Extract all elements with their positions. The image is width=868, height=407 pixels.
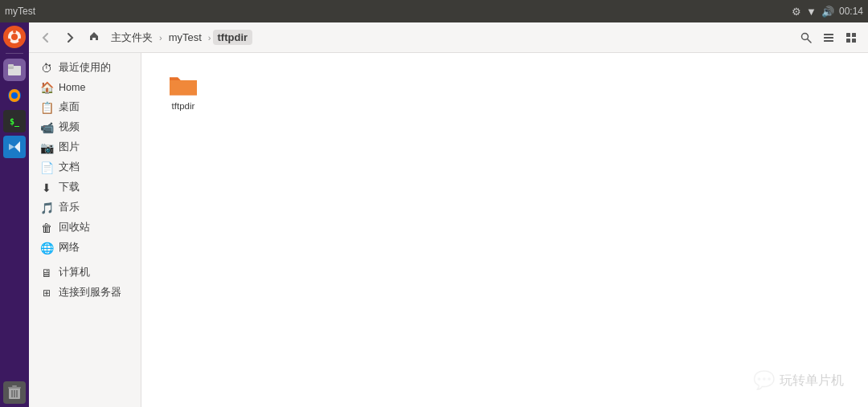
svg-rect-11 [8,387,21,389]
svg-rect-18 [824,34,833,35]
svg-point-3 [18,39,22,42]
file-item-tftpdir[interactable]: tftpdir [154,66,212,116]
volume-icon: 🔊 [821,6,834,18]
topbar: myTest ⚙ ▼ 🔊 00:14 [0,0,868,22]
pictures-icon: 📷 [40,141,53,154]
computer-icon: 🖥 [40,267,53,279]
sidebar-item-network[interactable]: 🌐 网络 [32,238,137,258]
window-title: myTest [5,6,35,17]
clock: 00:14 [839,6,863,17]
dock-icon-trash[interactable] [3,381,26,404]
breadcrumb-main-folder[interactable]: 主文件夹 [106,29,158,47]
dock-icon-firefox[interactable] [3,84,26,107]
home-icon: 🏠 [40,81,53,94]
back-button[interactable] [35,27,56,48]
sidebar-item-trash-label: 回收站 [59,221,90,234]
sidebar-item-downloads-label: 下载 [59,181,80,194]
svg-point-1 [11,34,18,40]
sidebar-item-pictures[interactable]: 📷 图片 [32,137,137,157]
svg-point-4 [7,39,10,42]
svg-rect-23 [846,39,850,43]
svg-rect-21 [846,33,850,37]
breadcrumb-mytest[interactable]: myTest [164,30,207,45]
sidebar-item-home-label: Home [59,82,85,93]
file-label-tftpdir: tftpdir [172,101,195,111]
forward-button[interactable] [59,27,80,48]
svg-line-17 [808,39,812,43]
topbar-right: ⚙ ▼ 🔊 00:14 [792,6,863,18]
sidebar-item-pictures-label: 图片 [59,140,80,154]
sidebar-item-videos-label: 视频 [59,120,80,134]
sidebar-item-documents[interactable]: 📄 文档 [32,157,137,177]
view-grid-button[interactable] [841,27,862,48]
sidebar: ⏱ 最近使用的 🏠 Home 📋 桌面 📹 视频 📷 图片 [29,53,141,407]
svg-rect-20 [824,40,833,42]
sidebar-item-connect-server[interactable]: ⊞ 连接到服务器 [32,283,137,303]
sidebar-item-documents-label: 文档 [59,161,80,174]
sidebar-item-desktop[interactable]: 📋 桌面 [32,97,137,117]
sidebar-item-recent-label: 最近使用的 [59,61,111,75]
system-tray: ⚙ ▼ 🔊 00:14 [792,6,863,18]
videos-icon: 📹 [40,121,53,134]
svg-rect-24 [852,39,856,43]
sidebar-item-desktop-label: 桌面 [59,100,80,114]
svg-rect-22 [852,33,856,37]
music-icon: 🎵 [40,201,53,214]
dock-bottom [3,381,26,407]
dock-icon-vscode[interactable] [3,136,26,158]
svg-rect-19 [824,37,833,39]
sidebar-item-music[interactable]: 🎵 音乐 [32,197,137,218]
svg-point-2 [13,31,16,34]
downloads-icon: ⬇ [40,181,53,194]
svg-point-9 [11,92,18,99]
breadcrumb-home-icon[interactable] [84,29,104,46]
dock-icon-files[interactable] [3,59,26,81]
recent-icon: ⏱ [40,62,53,75]
trash-sidebar-icon: 🗑 [40,222,53,234]
toolbar: 主文件夹 › myTest › tftpdir [29,22,868,53]
dock: $_ [0,22,29,407]
svg-rect-7 [8,64,14,67]
sidebar-item-server-label: 连接到服务器 [59,286,121,299]
topbar-left: myTest [5,6,39,17]
main-container: $_ 主文件夹 › myTest [0,22,868,407]
network-sidebar-icon: 🌐 [40,242,53,254]
toolbar-right [796,27,862,48]
breadcrumb-tftpdir[interactable]: tftpdir [213,30,253,45]
sidebar-item-videos[interactable]: 📹 视频 [32,117,137,137]
view-list-button[interactable] [818,27,839,48]
breadcrumb: 主文件夹 › myTest › tftpdir [84,29,792,47]
sidebar-item-network-label: 网络 [59,241,80,254]
dock-divider [6,53,23,54]
network-icon: ▼ [806,6,817,18]
sidebar-item-computer[interactable]: 🖥 计算机 [32,263,137,283]
sidebar-item-home[interactable]: 🏠 Home [32,78,137,97]
sidebar-item-downloads[interactable]: ⬇ 下载 [32,177,137,197]
dock-icon-terminal[interactable]: $_ [3,110,26,132]
sidebar-item-music-label: 音乐 [59,201,80,214]
server-icon: ⊞ [40,287,53,299]
dock-icon-ubuntu[interactable] [3,26,26,48]
file-area-wrapper: tftpdir 💬 玩转单片机 [141,53,868,407]
sidebar-item-computer-label: 计算机 [59,266,90,279]
sidebar-item-recent[interactable]: ⏱ 最近使用的 [32,58,137,78]
sidebar-item-trash[interactable]: 🗑 回收站 [32,218,137,238]
desktop-icon: 📋 [40,101,53,114]
file-area: tftpdir [141,53,868,407]
documents-icon: 📄 [40,161,53,174]
search-button[interactable] [796,27,817,48]
svg-rect-12 [12,385,17,387]
bluetooth-icon: ⚙ [792,6,801,18]
